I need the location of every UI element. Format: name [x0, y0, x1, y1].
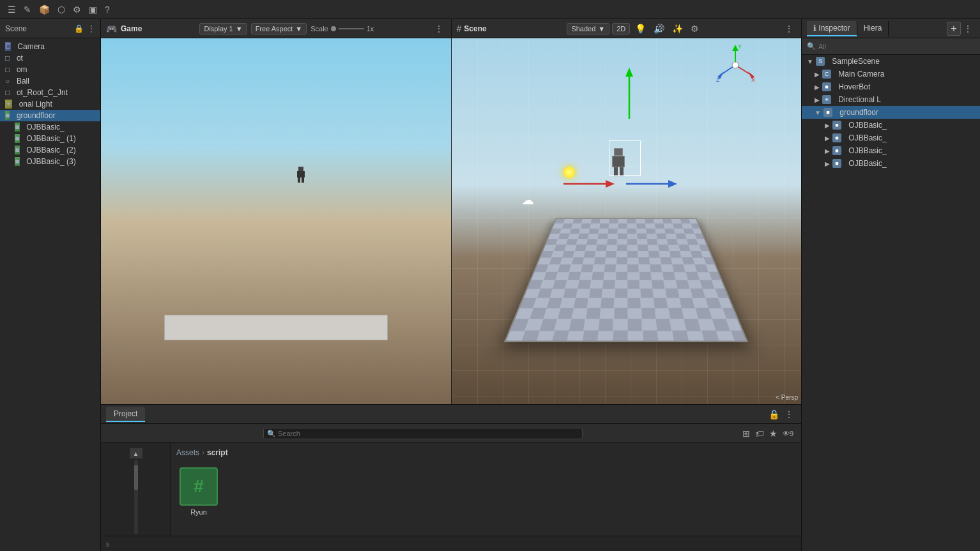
ojbbasic-label-4: OJBBasic_	[848, 159, 886, 168]
ojbbasic-label-1: OJBBasic_	[848, 121, 886, 130]
list-item[interactable]: □ ot_Root_C_Jnt	[0, 87, 100, 98]
list-item[interactable]: ▶ C Main Camera	[802, 68, 980, 80]
add-component-btn[interactable]: +	[947, 22, 961, 36]
project-assets: Assets › script # Ryun	[171, 443, 801, 536]
list-item[interactable]: □ om	[0, 64, 100, 75]
hierarchy-more-icon[interactable]: ⋮	[88, 24, 95, 33]
expand-arrow: ▶	[825, 122, 830, 129]
view-count-icon[interactable]: 👁 9	[780, 428, 796, 439]
scene-audio-icon[interactable]: 🔊	[651, 22, 667, 35]
list-item[interactable]: ▶ ■ OJBBasic_	[802, 132, 980, 144]
scale-control: Scale 1x	[310, 25, 374, 33]
shading-dropdown[interactable]: Shaded ▼	[567, 23, 609, 34]
component-icon[interactable]: ⚙	[70, 3, 84, 16]
list-item[interactable]: ▶ ■ HoverBot	[802, 80, 980, 93]
list-item[interactable]: ■ groundfloor	[0, 110, 100, 121]
sun-gizmo	[563, 167, 575, 178]
list-item[interactable]: ☀ onal Light	[0, 98, 100, 110]
scale-slider[interactable]	[339, 28, 364, 29]
game-view	[101, 38, 451, 404]
gameobject-icon[interactable]: ⬡	[55, 3, 68, 16]
svg-marker-5	[668, 180, 677, 188]
scene-root-item[interactable]: ▼ S SampleScene	[802, 55, 980, 68]
list-item[interactable]: ■ OJBBasic_ (2)	[0, 144, 100, 156]
project-search-bar: 🔍 ⊞ 🏷 ★ 👁 9	[101, 424, 801, 443]
game-ground-plane	[164, 315, 388, 340]
list-item[interactable]: C Camera	[0, 41, 100, 52]
list-item[interactable]: ▼ ■ groundfloor	[802, 106, 980, 119]
transform-x-arrow	[563, 177, 621, 190]
list-item[interactable]: ■ OJBBasic_	[0, 121, 100, 133]
persp-label: < Persp	[776, 394, 798, 401]
center-area: 🎮 Game Display 1 ▼ Free Aspect ▼ Scale	[101, 19, 801, 551]
project-more-icon[interactable]: ⋮	[782, 408, 796, 421]
aspect-dropdown[interactable]: Free Aspect ▼	[251, 23, 307, 34]
list-item[interactable]: ▶ ☀ Directional L	[802, 93, 980, 106]
filter2-icon[interactable]: 🏷	[753, 427, 767, 440]
game-panel: 🎮 Game Display 1 ▼ Free Aspect ▼ Scale	[101, 19, 452, 404]
more-options-icon[interactable]: ⋮	[432, 22, 446, 35]
2d-btn[interactable]: 2D	[612, 23, 630, 34]
breadcrumb-child[interactable]: script	[207, 448, 228, 457]
list-item[interactable]: ▶ ■ OJBBasic_	[802, 119, 980, 132]
toolbar-left: ☰ ✎ 📦 ⬡ ⚙ ▣ ?	[0, 3, 118, 16]
expand-arrow: ▶	[825, 135, 830, 142]
inspector-search-icon: 🔍	[807, 42, 816, 50]
list-item[interactable]: □ ot	[0, 52, 100, 64]
scene-view[interactable]: ☁	[452, 38, 802, 404]
inspector-search: 🔍	[802, 38, 980, 55]
hierarchy-lock-icon[interactable]: 🔒	[74, 24, 84, 33]
list-item[interactable]: ■ OJBBasic_ (3)	[0, 156, 100, 167]
bottom-panel: Project 🔒 ⋮ 🔍 ⊞ 🏷 ★ 👁 9	[101, 404, 801, 551]
breadcrumb-root[interactable]: Assets	[176, 448, 199, 457]
list-item[interactable]: ▶ ■ OJBBasic_	[802, 144, 980, 157]
list-item[interactable]: ▶ ■ OJBBasic_	[802, 157, 980, 170]
list-item[interactable]: ■ OJBBasic_ (1)	[0, 133, 100, 144]
dropdown-arrow: ▼	[236, 25, 243, 33]
scroll-up-btn[interactable]: ▲	[130, 448, 142, 458]
svg-point-15	[732, 62, 739, 68]
scene-light-icon[interactable]: 💡	[632, 22, 648, 35]
game-scene-row: 🎮 Game Display 1 ▼ Free Aspect ▼ Scale	[101, 19, 801, 404]
inspector-more-icon[interactable]: ⋮	[961, 22, 975, 35]
cube-icon: ■	[822, 82, 831, 91]
cube-icon: ■	[823, 108, 832, 117]
robot-legs	[293, 177, 309, 183]
expand-arrow: ▶	[825, 147, 830, 155]
help-icon[interactable]: ?	[102, 3, 112, 16]
svg-marker-1	[625, 68, 633, 77]
cube-icon: ■	[15, 134, 19, 143]
project-sidebar: ▲	[101, 443, 171, 536]
hierarchy-header-icons: 🔒 ⋮	[74, 24, 95, 33]
scene-fx-icon[interactable]: ✨	[670, 22, 685, 35]
inspector-content: ▼ S SampleScene ▶ C Main Camera ▶ ■ Hove…	[802, 55, 980, 551]
transform-z-arrow	[626, 177, 684, 190]
scene-gizmos-icon[interactable]: ⚙	[688, 22, 701, 35]
assets-icon[interactable]: 📦	[36, 3, 52, 16]
expand-arrow: ▶	[825, 160, 830, 167]
edit-icon[interactable]: ✎	[21, 3, 34, 16]
window-icon[interactable]: ▣	[86, 3, 100, 16]
scroll-bar[interactable]	[134, 460, 138, 534]
cube-icon: ■	[15, 123, 19, 132]
menu-icon[interactable]: ☰	[5, 3, 19, 16]
tab-hierarchy[interactable]: Hiera	[857, 21, 889, 36]
tab-inspector[interactable]: ℹ Inspector	[807, 21, 857, 36]
filter1-icon[interactable]: ⊞	[740, 427, 753, 440]
favorites-icon[interactable]: ★	[767, 427, 780, 440]
inspector-tabs: ℹ Inspector Hiera	[807, 21, 889, 36]
project-header: Project 🔒 ⋮	[101, 405, 801, 424]
display-dropdown[interactable]: Display 1 ▼	[199, 23, 247, 34]
search-input[interactable]	[263, 428, 583, 439]
list-item[interactable]: ○ Ball	[0, 75, 100, 87]
hierarchy-header: Scene 🔒 ⋮	[0, 19, 100, 38]
main-camera-label: Main Camera	[838, 70, 884, 79]
scene-more-icon[interactable]: ⋮	[782, 22, 796, 35]
game-toolbar: 🎮 Game Display 1 ▼ Free Aspect ▼ Scale	[101, 19, 451, 38]
project-lock-icon[interactable]: 🔒	[766, 408, 782, 421]
project-tab[interactable]: Project	[106, 407, 145, 422]
inspector-search-input[interactable]	[818, 43, 975, 50]
project-bottom-bar: s	[101, 536, 801, 551]
object-icon: □	[5, 54, 10, 63]
list-item[interactable]: # Ryun	[176, 467, 221, 516]
